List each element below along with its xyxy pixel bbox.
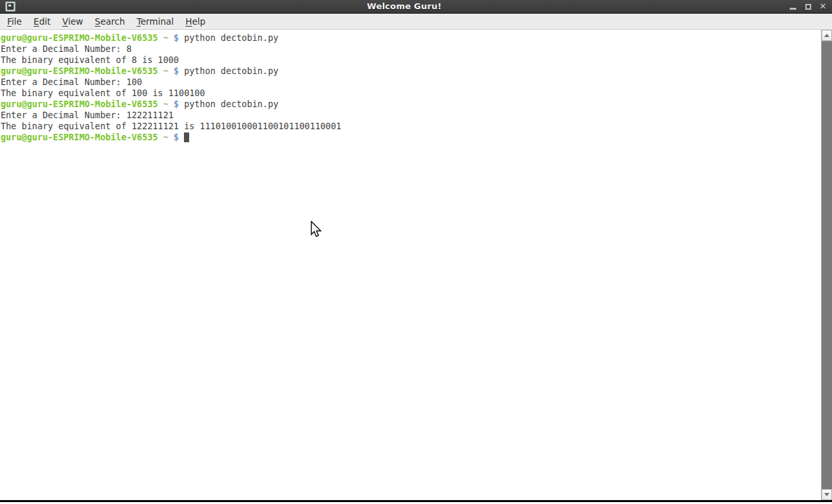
- terminal-text-segment: [168, 132, 174, 142]
- minimize-button[interactable]: [788, 2, 798, 11]
- window-body: guru@guru-ESPRIMO-Mobile-V6535 ~ $ pytho…: [0, 30, 832, 500]
- menu-help[interactable]: Help: [179, 14, 211, 29]
- terminal-text-segment: ~: [163, 33, 168, 43]
- terminal-text-segment: [158, 33, 163, 43]
- scrollbar[interactable]: [821, 30, 832, 500]
- terminal-text-segment: Enter a Decimal Number: 8: [1, 44, 132, 54]
- menu-edit-mnemonic: E: [34, 16, 40, 27]
- terminal-text-segment: ~: [163, 132, 168, 142]
- scroll-down-arrow-icon: [824, 493, 829, 496]
- menu-help-mnemonic: H: [185, 16, 192, 27]
- terminal-text-segment: [168, 33, 174, 43]
- terminal-line: guru@guru-ESPRIMO-Mobile-V6535 ~ $ pytho…: [1, 32, 821, 44]
- terminal-text-segment: [168, 99, 174, 109]
- terminal-app-icon-prompt: [8, 5, 11, 6]
- terminal-text-segment: [158, 132, 163, 142]
- terminal-text-segment: Enter a Decimal Number: 100: [1, 77, 142, 87]
- menu-search[interactable]: Search: [89, 14, 131, 29]
- close-icon: ✕: [820, 2, 827, 11]
- terminal-text-segment: guru@guru-ESPRIMO-Mobile-V6535: [1, 66, 158, 76]
- terminal-text-segment: ~: [163, 66, 168, 76]
- close-button[interactable]: ✕: [818, 2, 827, 11]
- window-title: Welcome Guru!: [20, 0, 788, 13]
- terminal-text-segment: guru@guru-ESPRIMO-Mobile-V6535: [1, 132, 158, 142]
- terminal-text-segment: $: [174, 33, 179, 43]
- menu-help-rest: elp: [192, 16, 205, 27]
- terminal-text-segment: $: [174, 66, 179, 76]
- terminal-text-segment: python dectobin.py: [179, 99, 278, 109]
- terminal-text-segment: ~: [163, 99, 168, 109]
- terminal-line: The binary equivalent of 122211121 is 11…: [1, 121, 821, 132]
- scrollbar-track[interactable]: [822, 41, 832, 489]
- terminal-text-segment: guru@guru-ESPRIMO-Mobile-V6535: [1, 99, 158, 109]
- terminal-text-segment: The binary equivalent of 100 is 1100100: [1, 88, 205, 98]
- maximize-icon: [805, 4, 811, 10]
- terminal-text-segment: $: [174, 99, 179, 109]
- terminal-line: guru@guru-ESPRIMO-Mobile-V6535 ~ $ pytho…: [1, 66, 821, 77]
- terminal-line: guru@guru-ESPRIMO-Mobile-V6535 ~ $: [1, 132, 821, 143]
- terminal-line: Enter a Decimal Number: 100: [1, 77, 821, 88]
- terminal-text-segment: python dectobin.py: [179, 66, 278, 76]
- terminal-window: Welcome Guru! ✕ File Edit View Search Te…: [0, 0, 832, 504]
- menu-search-rest: earch: [100, 16, 125, 27]
- terminal-line: The binary equivalent of 100 is 1100100: [1, 88, 821, 99]
- scrollbar-thumb[interactable]: [822, 41, 832, 489]
- menu-terminal-rest: erminal: [140, 16, 174, 27]
- terminal-text-segment: Enter a Decimal Number: 122211121: [1, 110, 174, 120]
- terminal-screen[interactable]: guru@guru-ESPRIMO-Mobile-V6535 ~ $ pytho…: [0, 30, 821, 500]
- terminal-line: Enter a Decimal Number: 8: [1, 44, 821, 55]
- menu-edit[interactable]: Edit: [28, 14, 57, 29]
- terminal-text-segment: guru@guru-ESPRIMO-Mobile-V6535: [1, 33, 158, 43]
- menu-file-rest: ile: [12, 16, 22, 27]
- terminal-app-icon[interactable]: [5, 1, 16, 12]
- terminal-lines: guru@guru-ESPRIMO-Mobile-V6535 ~ $ pytho…: [1, 32, 821, 143]
- terminal-text-segment: [158, 99, 163, 109]
- menu-view-mnemonic: V: [62, 16, 68, 27]
- titlebar: Welcome Guru! ✕: [0, 0, 832, 14]
- terminal-text-segment: The binary equivalent of 122211121 is 11…: [1, 121, 341, 131]
- menu-view-rest: iew: [68, 16, 83, 27]
- terminal-line: Enter a Decimal Number: 122211121: [1, 110, 821, 121]
- menu-view[interactable]: View: [57, 14, 89, 29]
- terminal-text-segment: [168, 66, 174, 76]
- menu-file[interactable]: File: [1, 14, 28, 29]
- minimize-icon: [790, 8, 796, 10]
- terminal-text-segment: [179, 132, 184, 142]
- terminal-line: guru@guru-ESPRIMO-Mobile-V6535 ~ $ pytho…: [1, 99, 821, 110]
- menubar: File Edit View Search Terminal Help: [0, 14, 832, 30]
- terminal-line: The binary equivalent of 8 is 1000: [1, 55, 821, 66]
- terminal-text-segment: The binary equivalent of 8 is 1000: [1, 55, 179, 65]
- terminal-cursor: [184, 132, 189, 142]
- menu-terminal[interactable]: Terminal: [131, 14, 179, 29]
- terminal-text-segment: python dectobin.py: [179, 33, 278, 43]
- maximize-button[interactable]: [803, 2, 812, 11]
- scrollbar-down-button[interactable]: [822, 489, 832, 500]
- terminal-text-segment: $: [174, 132, 179, 142]
- terminal-text-segment: [158, 66, 163, 76]
- scrollbar-up-button[interactable]: [822, 30, 832, 41]
- scroll-up-arrow-icon: [824, 34, 829, 37]
- window-controls: ✕: [788, 2, 832, 11]
- menu-file-mnemonic: F: [7, 16, 12, 27]
- menu-edit-rest: dit: [39, 16, 51, 27]
